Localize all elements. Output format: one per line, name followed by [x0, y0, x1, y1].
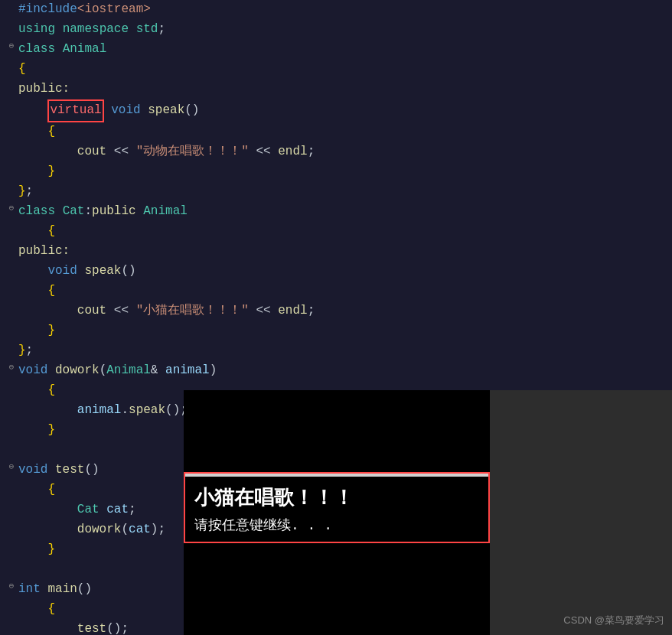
terminal-body: 小猫在唱歌！！！ 请按任意键继续. . .: [185, 477, 488, 542]
code-content: class Cat:public Animal: [18, 202, 672, 222]
code-content: cout << "小猫在唱歌！！！" << endl;: [18, 301, 672, 321]
code-content: };: [18, 341, 672, 361]
code-line: using namespace std;: [0, 20, 672, 40]
code-content: void speak(): [18, 262, 672, 282]
code-line: {: [0, 222, 672, 242]
right-panel: [490, 390, 672, 635]
code-content: {: [18, 282, 672, 301]
code-line: public:: [0, 80, 672, 99]
code-line: cout << "小猫在唱歌！！！" << endl;: [0, 301, 672, 321]
terminal-output-line1: 小猫在唱歌！！！: [194, 484, 479, 511]
code-content: };: [18, 182, 672, 202]
code-line: cout << "动物在唱歌！！！" << endl;: [0, 142, 672, 162]
code-content: void dowork(Animal& animal): [18, 361, 672, 381]
code-line: };: [0, 341, 672, 361]
code-line: }: [0, 321, 672, 341]
code-content: {: [18, 222, 672, 242]
fold-indicator[interactable]: ⊖: [6, 361, 17, 375]
code-line: }: [0, 162, 672, 182]
fold-indicator[interactable]: ⊖: [6, 40, 17, 54]
code-line: void speak(): [0, 262, 672, 282]
code-content: cout << "动物在唱歌！！！" << endl;: [18, 142, 672, 162]
fold-indicator[interactable]: ⊖: [6, 461, 17, 474]
code-content: using namespace std;: [18, 20, 672, 40]
fold-indicator[interactable]: ⊖: [6, 580, 17, 594]
code-line: {: [0, 282, 672, 301]
code-line: {: [0, 60, 672, 80]
code-content: #include<iostream>: [18, 0, 672, 20]
code-line: };: [0, 182, 672, 202]
code-line: ⊖class Animal: [0, 40, 672, 60]
code-content: {: [18, 60, 672, 80]
code-line: #include<iostream>: [0, 0, 672, 20]
code-content: }: [18, 162, 672, 182]
code-content: class Animal: [18, 40, 672, 60]
code-editor: #include<iostream>using namespace std;⊖c…: [0, 0, 672, 635]
code-content: public:: [18, 242, 672, 262]
code-line: virtual void speak(): [0, 99, 672, 122]
code-content: public:: [18, 80, 672, 99]
code-line: ⊖void dowork(Animal& animal): [0, 361, 672, 381]
code-line: ⊖class Cat:public Animal: [0, 202, 672, 222]
terminal-window: 小猫在唱歌！！！ 请按任意键继续. . .: [184, 472, 490, 543]
code-content: }: [18, 321, 672, 341]
fold-indicator[interactable]: ⊖: [6, 202, 17, 216]
code-line: {: [0, 122, 672, 142]
terminal-output-line2: 请按任意键继续. . .: [194, 516, 479, 534]
code-line: public:: [0, 242, 672, 262]
watermark: CSDN @菜鸟要爱学习: [563, 614, 664, 627]
code-content: virtual void speak(): [18, 99, 672, 122]
code-content: {: [18, 122, 672, 142]
